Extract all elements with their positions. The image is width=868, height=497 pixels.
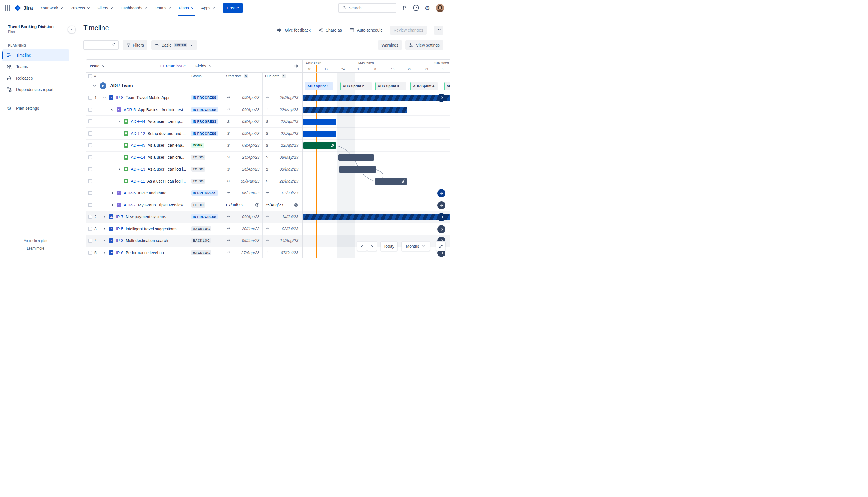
row-checkbox[interactable] bbox=[88, 191, 92, 195]
sidebar-item-plan-settings[interactable]: ⚙ Plan settings bbox=[2, 102, 69, 114]
date-value[interactable]: 07/Oct/23 bbox=[281, 250, 298, 255]
sprint-bar[interactable]: ADR Sprint 2 bbox=[340, 82, 372, 90]
date-value[interactable]: 07/Jul/23 bbox=[226, 203, 243, 207]
date-value[interactable]: 09/Apr/23 bbox=[242, 119, 260, 124]
row-checkbox[interactable] bbox=[88, 179, 92, 183]
search-input[interactable] bbox=[349, 6, 393, 10]
issue-key-link[interactable]: ADR-12 bbox=[131, 131, 145, 136]
view-settings-button[interactable]: View settings bbox=[405, 41, 443, 50]
learn-more-link[interactable]: Learn more bbox=[27, 246, 44, 250]
collapse-chevron-icon[interactable] bbox=[92, 84, 97, 88]
sidebar-collapse-button[interactable] bbox=[68, 26, 76, 33]
date-value[interactable]: 25/Aug/23 bbox=[265, 203, 283, 207]
expand-chevron-icon[interactable] bbox=[110, 191, 115, 195]
status-cell[interactable]: TO DO bbox=[189, 152, 223, 164]
status-cell[interactable]: IN PROGRESS bbox=[189, 211, 223, 223]
date-value[interactable]: 09/Apr/23 bbox=[242, 214, 260, 219]
schedule-bar[interactable] bbox=[375, 178, 407, 185]
status-cell[interactable]: TO DO bbox=[189, 175, 223, 187]
dependency-link-icon[interactable] bbox=[331, 144, 334, 147]
issue-key-link[interactable]: IP-3 bbox=[116, 238, 124, 243]
schedule-bar[interactable] bbox=[303, 142, 336, 149]
issue-summary[interactable]: App Basics - Android test bbox=[138, 108, 186, 112]
expand-chevron-icon[interactable] bbox=[117, 119, 122, 124]
issue-summary[interactable]: Multi-destination search bbox=[126, 238, 171, 243]
today-button[interactable]: Today bbox=[381, 241, 397, 251]
issue-key-link[interactable]: IP-6 bbox=[116, 250, 124, 255]
issue-summary[interactable]: As a user I can ena... bbox=[147, 143, 188, 147]
issue-key-link[interactable]: ADR-11 bbox=[131, 179, 145, 183]
date-value[interactable]: 14/Jul/23 bbox=[282, 214, 298, 219]
sprint-bar[interactable]: ADR Sprint 3 bbox=[375, 82, 406, 90]
view-mode-button[interactable]: Basic EDITED bbox=[151, 41, 197, 50]
issue-key-link[interactable]: IP-8 bbox=[116, 95, 124, 100]
issue-key-link[interactable]: ADR-13 bbox=[131, 167, 145, 171]
date-value[interactable]: 09/Apr/23 bbox=[242, 131, 260, 136]
date-value[interactable]: 09/Apr/23 bbox=[242, 143, 260, 147]
create-issue-button[interactable]: + Create issue bbox=[160, 64, 186, 68]
collapse-chevron-icon[interactable] bbox=[110, 108, 115, 112]
scroll-prev-button[interactable] bbox=[357, 241, 367, 251]
row-checkbox[interactable] bbox=[88, 215, 92, 219]
issue-summary[interactable]: My Group Trips Overview bbox=[138, 203, 186, 207]
due-date-cell[interactable]: S22/Apr/23 bbox=[262, 116, 302, 127]
start-date-cell[interactable]: 09/Apr/23 bbox=[223, 92, 262, 104]
nav-item-filters[interactable]: Filters bbox=[94, 0, 117, 16]
row-checkbox[interactable] bbox=[88, 227, 92, 231]
remove-date-icon[interactable] bbox=[294, 203, 298, 207]
zoom-level-dropdown[interactable]: Months bbox=[402, 241, 430, 251]
date-value[interactable]: 22/Apr/23 bbox=[281, 143, 298, 147]
nav-item-projects[interactable]: Projects bbox=[67, 0, 94, 16]
sidebar-item-releases[interactable]: Releases bbox=[2, 72, 69, 84]
date-value[interactable]: 09/Apr/23 bbox=[242, 95, 260, 100]
status-cell[interactable]: BACKLOG bbox=[189, 235, 223, 247]
sprint-bar[interactable]: ADR Sprint 5 bbox=[444, 82, 450, 90]
start-date-cell[interactable]: S09/May/23 bbox=[223, 175, 262, 187]
expand-chevron-icon[interactable] bbox=[117, 167, 122, 171]
issue-key-link[interactable]: ADR-44 bbox=[131, 119, 145, 124]
row-checkbox[interactable] bbox=[88, 96, 92, 100]
bar-offscreen-icon[interactable] bbox=[437, 189, 446, 197]
due-date-cell[interactable]: 25/Aug/23 bbox=[262, 92, 302, 104]
flag-icon[interactable] bbox=[402, 5, 407, 11]
issue-summary[interactable]: As a user I can up... bbox=[147, 119, 186, 124]
more-actions-button[interactable] bbox=[434, 26, 443, 35]
start-date-cell[interactable]: 20/Jun/23 bbox=[223, 223, 262, 235]
date-value[interactable]: 22/May/23 bbox=[279, 179, 298, 183]
issue-summary[interactable]: New payment systems bbox=[126, 214, 169, 219]
remove-date-icon[interactable] bbox=[255, 203, 260, 207]
bar-continues-icon[interactable] bbox=[437, 94, 446, 102]
issue-key-link[interactable]: IP-5 bbox=[116, 227, 124, 231]
due-date-cell[interactable]: 25/Aug/23 bbox=[262, 199, 302, 211]
fields-column-label[interactable]: Fields bbox=[196, 64, 206, 68]
due-date-cell[interactable]: 07/Oct/23 bbox=[262, 247, 302, 258]
fullscreen-button[interactable] bbox=[436, 241, 446, 251]
issue-column-label[interactable]: Issue bbox=[90, 64, 99, 68]
issue-summary[interactable]: As a user I can cre... bbox=[147, 155, 187, 160]
nav-item-plans[interactable]: Plans bbox=[175, 0, 198, 16]
status-cell[interactable]: IN PROGRESS bbox=[189, 116, 223, 127]
row-checkbox[interactable] bbox=[88, 203, 92, 207]
issue-summary[interactable]: Team Travel Mobile Apps bbox=[126, 95, 173, 100]
date-value[interactable]: 22/May/23 bbox=[279, 108, 298, 112]
status-cell[interactable]: TO DO bbox=[189, 164, 223, 175]
date-value[interactable]: 06/Jun/23 bbox=[242, 191, 260, 195]
user-avatar[interactable] bbox=[436, 4, 444, 12]
issue-key-link[interactable]: ADR-7 bbox=[124, 203, 136, 207]
due-date-cell[interactable]: S22/May/23 bbox=[262, 175, 302, 187]
start-date-cell[interactable]: 27/Aug/23 bbox=[223, 247, 262, 258]
start-date-cell[interactable]: 07/Jul/23 bbox=[223, 199, 262, 211]
start-date-cell[interactable]: S09/Apr/23 bbox=[223, 128, 262, 140]
issue-summary[interactable]: Performance level-up bbox=[126, 250, 167, 255]
help-icon[interactable]: ? bbox=[413, 5, 419, 11]
start-date-cell[interactable]: 06/Jun/23 bbox=[223, 235, 262, 247]
schedule-bar[interactable] bbox=[303, 118, 336, 125]
expand-chevron-icon[interactable] bbox=[102, 214, 107, 219]
sidebar-item-timeline[interactable]: Timeline bbox=[2, 49, 69, 61]
date-value[interactable]: 09/Apr/23 bbox=[242, 108, 260, 112]
sidebar-item-dependencies-report[interactable]: Dependencies report bbox=[2, 84, 69, 95]
due-date-cell[interactable]: S08/May/23 bbox=[262, 164, 302, 175]
select-all-checkbox[interactable] bbox=[88, 74, 92, 78]
status-cell[interactable]: IN PROGRESS bbox=[189, 104, 223, 116]
due-date-cell[interactable]: S08/May/23 bbox=[262, 152, 302, 164]
